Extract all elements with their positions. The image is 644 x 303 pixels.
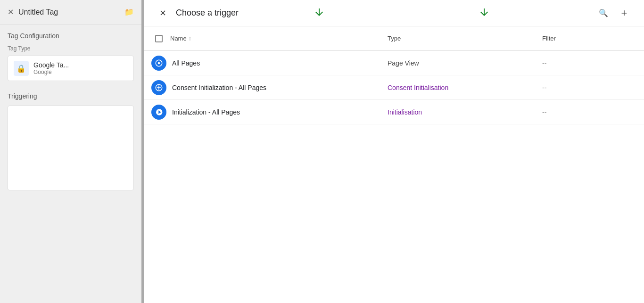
bg-tag-card: 🔒 Google Ta... Google [8,56,134,81]
close-button[interactable]: ✕ [155,6,170,21]
trigger-name: Initialization - All Pages [172,108,384,116]
bg-tag-icon: 🔒 [14,61,29,76]
column-name-label: Name [170,35,187,42]
trigger-icon-init [151,105,166,120]
add-button[interactable]: + [616,5,633,22]
bg-tag-config-label: Tag Configuration [8,32,134,40]
trigger-filter: -- [542,59,636,67]
trigger-table: Name ↑ Type Filter All Pages [144,26,644,303]
bg-tag-sub: Google [33,69,69,75]
trigger-down-arrow-right [479,7,490,18]
bg-tag-type-label: Tag Type [8,45,134,52]
choose-trigger-panel: ✕ Choose a trigger 🔍 + [144,0,644,303]
trigger-name: Consent Initialization - All Pages [172,84,384,91]
table-row[interactable]: Initialization - All Pages Initialisatio… [144,100,644,124]
trigger-type: Page View [388,59,538,67]
trigger-icon-consent [151,80,166,95]
bg-tag-title: Untitled Tag [18,8,120,16]
column-filter-label: Filter [542,35,556,42]
search-icon: 🔍 [599,8,608,17]
bg-tag-name: Google Ta... [33,61,69,69]
trigger-name: All Pages [172,59,384,67]
trigger-filter: -- [542,84,636,91]
close-icon: ✕ [159,8,166,18]
column-name-header[interactable]: Name ↑ [170,35,384,42]
plus-icon: + [621,7,627,19]
name-sort-arrow: ↑ [189,35,191,42]
column-type-header[interactable]: Type [388,35,538,42]
table-header: Name ↑ Type Filter [144,26,644,51]
column-filter-header: Filter [542,35,636,42]
bg-folder-icon: 📁 [124,8,134,16]
trigger-filter: -- [542,108,636,116]
trigger-down-arrow-left [314,7,325,18]
trigger-type: Consent Initialisation [388,84,538,91]
trigger-icon-allpages [151,56,166,71]
bg-close-icon: ✕ [8,8,14,16]
svg-point-1 [158,62,160,64]
overlay-header-actions: 🔍 + [595,5,633,22]
search-button[interactable]: 🔍 [595,5,612,22]
trigger-type: Initialisation [388,108,538,116]
column-type-label: Type [388,35,401,42]
bg-triggering-label: Triggering [8,92,134,100]
overlay-title: Choose a trigger [176,8,589,18]
header-checkbox[interactable] [151,35,166,42]
table-row[interactable]: All Pages Page View -- [144,51,644,75]
bg-trigger-box [8,106,134,190]
table-row[interactable]: Consent Initialization - All Pages Conse… [144,75,644,100]
overlay-header: ✕ Choose a trigger 🔍 + [144,0,644,26]
